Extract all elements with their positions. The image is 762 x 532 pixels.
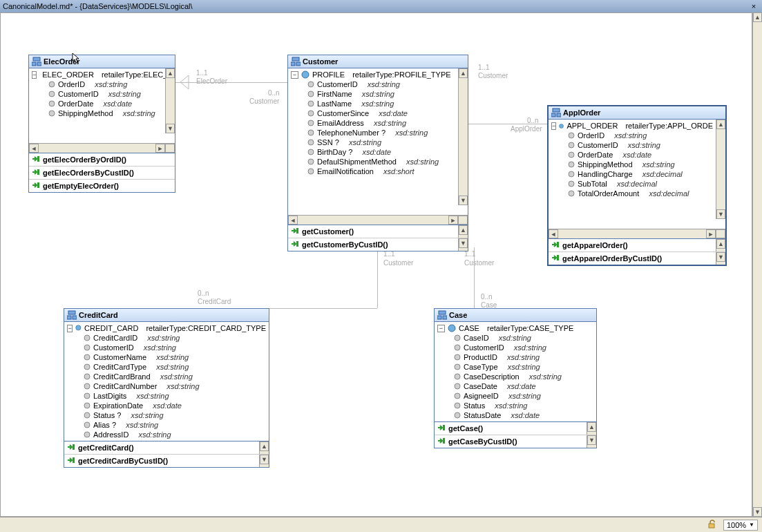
ops-scroll-up[interactable]: ▲ [716,239,725,251]
attribute-row[interactable]: HandlingCharge xsd:decimal [549,169,716,179]
zoom-control[interactable]: 100% ▼ [723,520,758,531]
attribute-row[interactable]: CustomerSince xsd:date [288,108,458,118]
ops-scroll-up[interactable]: ▲ [587,422,596,435]
operation[interactable]: getCaseByCustID() [435,435,587,448]
attribute-row[interactable]: OrderDate xsd:date [549,150,716,160]
attribute-row[interactable]: CreditCardType xsd:string [64,362,269,372]
ops-scroll-down[interactable]: ▼ [259,455,269,467]
ops-scroll-down[interactable]: ▼ [716,252,725,265]
entity-creditcard[interactable]: CreditCard − CREDIT_CARD retailerType:CR… [64,308,269,468]
attribute-row[interactable]: LastName xsd:string [288,99,458,108]
attribute-row[interactable]: CustomerID xsd:string [435,343,596,352]
operation[interactable]: getElecOrderByOrdID() [29,153,175,166]
entity-header[interactable]: ElecOrder [29,55,175,68]
attribute-row[interactable]: CustomerID xsd:string [288,79,458,89]
attribute-row[interactable]: SSN ? xsd:string [288,137,458,147]
entity-scrollbar[interactable]: ▲▼ [716,120,725,219]
ops-scroll-down[interactable]: ▼ [458,238,468,251]
attribute-row[interactable]: Alias ? xsd:string [64,420,269,430]
attribute-row[interactable]: TotalOrderAmount xsd:decimal [549,189,716,198]
svg-point-18 [308,111,314,116]
scroll-up-icon[interactable]: ▲ [753,12,762,22]
collapse-icon[interactable]: − [32,71,37,79]
entity-icon [291,57,301,66]
attribute-row[interactable]: CustomerID xsd:string [549,140,716,150]
attribute-row[interactable]: BirthDay ? xsd:date [288,147,458,157]
entity-root[interactable]: − ELEC_ORDER retailerType:ELEC_ [29,70,165,79]
attribute-row[interactable]: OrderID xsd:string [29,79,165,89]
entity-elecorder[interactable]: ElecOrder − ELEC_ORDER retailerType:ELEC… [28,55,175,193]
entity-header[interactable]: CreditCard [64,309,269,322]
attribute-row[interactable]: Status xsd:string [435,401,596,410]
attribute-row[interactable]: LastDigits xsd:string [64,391,269,401]
ops-scroll-up[interactable]: ▲ [458,225,468,238]
ops-scroll-up[interactable]: ▲ [259,441,269,454]
collapse-icon[interactable]: − [551,122,556,130]
collapse-icon[interactable]: − [291,71,298,79]
operation[interactable]: getCustomerByCustID() [288,238,458,251]
attribute-row[interactable]: CaseID xsd:string [435,333,596,343]
attribute-row[interactable]: OrderDate xsd:date [29,99,165,108]
operation[interactable]: getCreditCard() [64,441,259,454]
zoom-dropdown-icon[interactable]: ▼ [749,522,754,528]
entity-root[interactable]: − CASE retailerType:CASE_TYPE [435,323,596,333]
attribute-row[interactable]: CaseDate xsd:date [435,381,596,391]
entity-hscroll[interactable]: ◄► [549,229,725,238]
attribute-row[interactable]: ShippingMethod xsd:string [549,160,716,169]
attribute-row[interactable]: CreditCardID xsd:string [64,333,269,343]
attribute-row[interactable]: ShippingMethod xsd:string [29,108,165,118]
attribute-row[interactable]: EmailNotification xsd:short [288,167,458,176]
attribute-row[interactable]: SubTotal xsd:decimal [549,179,716,189]
entity-scrollbar[interactable]: ▲▼ [458,68,468,205]
attribute-row[interactable]: CreditCardNumber xsd:string [64,381,269,391]
entity-root[interactable]: − APPL_ORDER retailerType:APPL_ORDE [549,121,716,131]
ops-scroll-down[interactable]: ▼ [587,435,596,448]
attribute-row[interactable]: Status ? xsd:string [64,410,269,420]
lock-open-icon[interactable] [707,520,716,531]
svg-rect-11 [292,57,299,61]
entity-root[interactable]: − CREDIT_CARD retailerType:CREDIT_CARD_T… [64,323,269,333]
attribute-row[interactable]: ProductID xsd:string [435,352,596,362]
entity-hscroll[interactable]: ◄► [288,215,468,225]
attribute-row[interactable]: FirstName xsd:string [288,89,458,99]
attribute-row[interactable]: OrderID xsd:string [549,131,716,140]
entity-applorder[interactable]: ApplOrder − APPL_ORDER retailerType:APPL… [547,105,727,266]
entity-root[interactable]: − PROFILE retailerType:PROFILE_TYPE [288,70,458,79]
attribute-row[interactable]: ExpirationDate xsd:date [64,401,269,410]
collapse-icon[interactable]: − [67,325,73,332]
attribute-icon [307,149,314,155]
operation[interactable]: getCustomer() [288,225,458,238]
entity-customer[interactable]: Customer − PROFILE retailerType:PROFILE_… [287,55,468,251]
svg-rect-13 [296,62,301,66]
operation[interactable]: getApparelOrder() [549,239,716,251]
attribute-row[interactable]: DefaulShipmentMethod xsd:string [288,157,458,167]
attribute-row[interactable]: CustomerID xsd:string [29,89,165,99]
operation[interactable]: getCase() [435,422,587,435]
attribute-type: xsd:string [495,401,527,410]
operation[interactable]: getCreditCardByCustID() [64,455,259,467]
operation[interactable]: getEmptyElecOrder() [29,180,175,192]
collapse-icon[interactable]: − [437,325,445,332]
attribute-row[interactable]: CaseDescription xsd:string [435,372,596,381]
close-icon[interactable]: × [748,2,759,10]
attribute-row[interactable]: AddressID xsd:string [64,430,269,439]
attribute-row[interactable]: CaseType xsd:string [435,362,596,372]
entity-header[interactable]: Customer [288,55,468,68]
operation[interactable]: getApparelOrderByCustID() [549,252,716,265]
entity-scrollbar[interactable]: ▲▼ [165,68,175,133]
entity-header[interactable]: ApplOrder [549,106,725,120]
entity-hscroll[interactable]: ◄► [29,143,175,153]
attribute-row[interactable]: StatusDate xsd:date [435,410,596,420]
attribute-row[interactable]: TelephoneNumber ? xsd:string [288,128,458,137]
entity-case[interactable]: Case − CASE retailerType:CASE_TYPE CaseI… [434,308,597,448]
attribute-row[interactable]: AsigneeID xsd:string [435,391,596,401]
diagram-canvas[interactable]: 1..1 ElecOrder 0..n Customer 1..1 Custom… [0,12,752,517]
attribute-row[interactable]: CustomerName xsd:string [64,352,269,362]
entity-header[interactable]: Case [435,309,596,322]
main-vscroll[interactable]: ▲ ▼ [752,12,762,517]
scroll-down-icon[interactable]: ▼ [753,507,762,517]
operation[interactable]: getElecOrdersByCustID() [29,167,175,179]
attribute-row[interactable]: CustomerID xsd:string [64,343,269,352]
attribute-row[interactable]: CreditCardBrand xsd:string [64,372,269,381]
attribute-row[interactable]: EmailAddress xsd:string [288,118,458,128]
